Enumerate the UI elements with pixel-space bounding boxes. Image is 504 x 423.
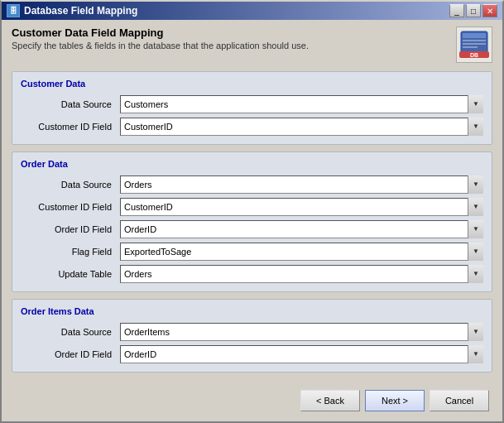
footer: < Back Next > Cancel xyxy=(12,385,492,413)
customer-id-field-wrapper: CustomerID xyxy=(120,118,483,136)
update-table-row: Update Table Orders xyxy=(21,265,483,283)
order-customer-id-select[interactable]: CustomerID xyxy=(120,198,483,216)
svg-rect-3 xyxy=(463,43,486,45)
customer-data-source-select[interactable]: Customers xyxy=(120,95,483,113)
svg-rect-1 xyxy=(463,33,486,38)
svg-rect-2 xyxy=(463,40,486,41)
order-data-source-wrapper: Orders xyxy=(120,175,483,194)
titlebar-left: 🗄 Database Field Mapping xyxy=(7,4,137,17)
order-items-title: Order Items Data xyxy=(21,306,483,316)
order-items-source-label: Data Source xyxy=(21,327,120,337)
window-icon: 🗄 xyxy=(7,4,20,17)
content-area: Customer Data Field Mapping Specify the … xyxy=(2,20,502,421)
window-title: Database Field Mapping xyxy=(24,5,137,17)
order-items-section: Order Items Data Data Source OrderItems … xyxy=(12,299,492,373)
header-logo: DB xyxy=(456,26,492,63)
order-items-id-row: Order ID Field OrderID xyxy=(21,345,483,363)
flag-field-row: Flag Field ExportedToSage xyxy=(21,243,483,261)
update-table-label: Update Table xyxy=(21,269,120,279)
close-button[interactable]: ✕ xyxy=(482,4,497,17)
order-customer-id-wrapper: CustomerID xyxy=(120,198,483,216)
page-subtitle: Specify the tables & fields in the datab… xyxy=(12,41,309,50)
order-id-field-row: Order ID Field OrderID xyxy=(21,220,483,238)
order-customer-id-label: Customer ID Field xyxy=(21,202,120,212)
order-items-id-wrapper: OrderID xyxy=(120,345,483,363)
flag-field-select[interactable]: ExportedToSage xyxy=(120,243,483,261)
update-table-select[interactable]: Orders xyxy=(120,265,483,283)
svg-text:DB: DB xyxy=(470,52,478,58)
order-id-field-select[interactable]: OrderID xyxy=(120,220,483,238)
customer-data-title: Customer Data xyxy=(21,79,483,89)
order-items-source-wrapper: OrderItems xyxy=(120,323,483,341)
order-items-id-select[interactable]: OrderID xyxy=(120,345,483,363)
back-button[interactable]: < Back xyxy=(300,390,360,411)
order-items-source-select[interactable]: OrderItems xyxy=(120,323,483,341)
order-data-source-select[interactable]: Orders xyxy=(120,175,483,194)
header-area: Customer Data Field Mapping Specify the … xyxy=(12,26,492,63)
order-items-source-row: Data Source OrderItems xyxy=(21,323,483,341)
flag-field-label: Flag Field xyxy=(21,247,120,257)
header-text: Customer Data Field Mapping Specify the … xyxy=(12,26,309,50)
order-customer-id-row: Customer ID Field CustomerID xyxy=(21,198,483,216)
order-items-id-label: Order ID Field xyxy=(21,349,120,359)
restore-button[interactable]: □ xyxy=(466,4,481,17)
customer-id-field-row: Customer ID Field CustomerID xyxy=(21,118,483,136)
minimize-button[interactable]: _ xyxy=(449,4,464,17)
customer-data-section: Customer Data Data Source Customers Cust… xyxy=(12,71,492,145)
update-table-wrapper: Orders xyxy=(120,265,483,283)
order-id-field-label: Order ID Field xyxy=(21,224,120,234)
customer-data-source-label: Data Source xyxy=(21,99,120,109)
order-id-field-wrapper: OrderID xyxy=(120,220,483,238)
logo-icon: DB xyxy=(459,30,489,60)
order-data-section: Order Data Data Source Orders Customer I… xyxy=(12,151,492,292)
customer-id-field-label: Customer ID Field xyxy=(21,122,120,132)
titlebar: 🗄 Database Field Mapping _ □ ✕ xyxy=(2,2,502,20)
main-window: 🗄 Database Field Mapping _ □ ✕ Customer … xyxy=(0,0,504,423)
customer-data-source-wrapper: Customers xyxy=(120,95,483,113)
next-button[interactable]: Next > xyxy=(365,390,425,411)
order-data-source-row: Data Source Orders xyxy=(21,175,483,194)
order-data-source-label: Data Source xyxy=(21,180,120,190)
svg-rect-4 xyxy=(463,46,478,48)
page-title: Customer Data Field Mapping xyxy=(12,26,309,39)
titlebar-buttons: _ □ ✕ xyxy=(449,4,497,17)
order-data-title: Order Data xyxy=(21,159,483,169)
customer-id-field-select[interactable]: CustomerID xyxy=(120,118,483,136)
customer-data-source-row: Data Source Customers xyxy=(21,95,483,113)
flag-field-wrapper: ExportedToSage xyxy=(120,243,483,261)
cancel-button[interactable]: Cancel xyxy=(430,390,489,411)
